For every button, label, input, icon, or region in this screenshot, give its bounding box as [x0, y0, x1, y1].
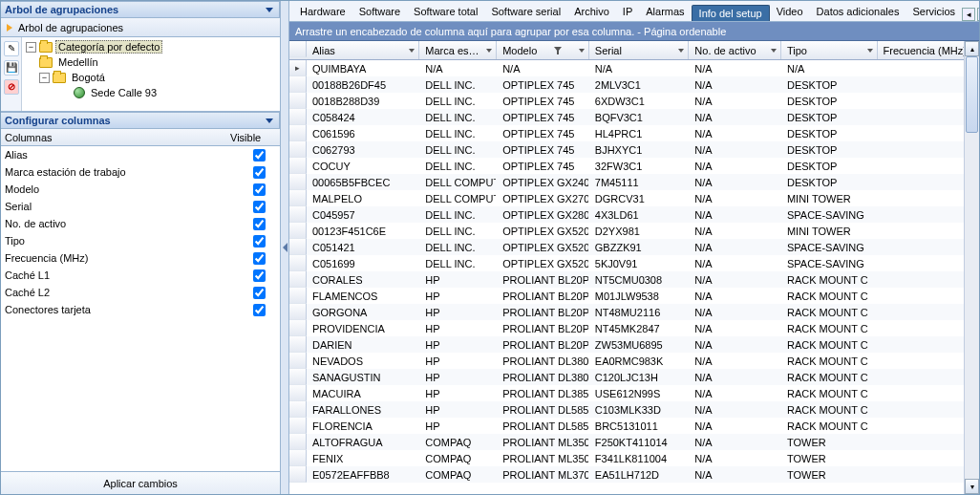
tree-node-medellin[interactable]: Medellín: [26, 54, 280, 70]
row-handle[interactable]: [289, 158, 307, 174]
table-row[interactable]: 00188B26DF45DELL INC.OPTIPLEX 7452MLV3C1…: [289, 76, 979, 93]
table-row[interactable]: SANAGUSTINHPPROLIANT DL380 GC120LJC13HN/…: [289, 369, 979, 385]
table-row[interactable]: FENIXCOMPAQPROLIANT ML350 GF341LK811004N…: [289, 450, 979, 466]
tab-datos-adicionales[interactable]: Datos adicionales: [810, 4, 906, 21]
row-handle[interactable]: [289, 401, 307, 418]
table-row[interactable]: 00065B5FBCECDELL COMPUTOPTIPLEX GX2407M4…: [289, 174, 979, 190]
table-row[interactable]: PROVIDENCIAHPPROLIANT BL20P GNT45MK2847N…: [289, 320, 979, 336]
row-handle[interactable]: [289, 288, 307, 304]
column-visible-checkbox[interactable]: [253, 183, 266, 196]
col-header-marca[interactable]: Marca es…: [419, 41, 497, 59]
vertical-scrollbar[interactable]: ▴ ▾: [964, 41, 979, 494]
row-handle[interactable]: [289, 418, 307, 434]
table-row[interactable]: E0572EAFFBB8COMPAQPROLIANT ML370 GEA51LH…: [289, 466, 979, 483]
apply-changes-button[interactable]: Aplicar cambios: [92, 476, 189, 491]
row-handle[interactable]: [289, 369, 307, 385]
column-visible-checkbox[interactable]: [253, 201, 266, 213]
table-row[interactable]: MALPELODELL COMPUTOPTIPLEX GX270DGRCV31N…: [289, 190, 979, 206]
row-handle[interactable]: [289, 60, 307, 76]
table-row[interactable]: C061596DELL INC.OPTIPLEX 745HL4PRC1N/ADE…: [289, 125, 979, 141]
tab-software[interactable]: Software: [352, 4, 407, 21]
column-visible-checkbox[interactable]: [253, 149, 266, 161]
row-handle[interactable]: [289, 174, 307, 190]
table-row[interactable]: GORGONAHPPROLIANT BL20P GNT48MU2116N/ARA…: [289, 304, 979, 320]
tree-save-button[interactable]: 💾: [4, 60, 19, 75]
col-header-activo[interactable]: No. de activo: [689, 41, 781, 59]
configure-columns-header[interactable]: Configurar columnas: [1, 112, 280, 129]
tab-scroll-left-button[interactable]: ◂: [962, 8, 975, 21]
row-handle[interactable]: [289, 385, 307, 401]
expander-icon[interactable]: −: [26, 42, 36, 53]
tree-node-root[interactable]: − Categoría por defecto: [26, 39, 280, 54]
tab-software-total[interactable]: Software total: [407, 4, 484, 21]
table-row[interactable]: C051699DELL INC.OPTIPLEX GX5205KJ0V91N/A…: [289, 255, 979, 271]
row-handle[interactable]: [289, 336, 307, 353]
row-handle[interactable]: [289, 190, 307, 206]
table-row[interactable]: FLORENCIAHPPROLIANT DL585 GBRC5131011N/A…: [289, 418, 979, 434]
column-visible-checkbox[interactable]: [253, 235, 266, 248]
column-visible-checkbox[interactable]: [253, 304, 266, 316]
row-handle[interactable]: [289, 109, 307, 125]
table-row[interactable]: NEVADOSHPPROLIANT DL380 GEA0RMC983KN/ARA…: [289, 353, 979, 369]
row-handle[interactable]: [289, 93, 307, 109]
row-handle[interactable]: [289, 304, 307, 320]
tab-info-del-setup[interactable]: Info del setup: [692, 5, 770, 21]
row-handle[interactable]: [289, 255, 307, 271]
row-handle[interactable]: [289, 434, 307, 450]
row-handle[interactable]: [289, 125, 307, 141]
row-handle[interactable]: [289, 76, 307, 93]
row-handle[interactable]: [289, 271, 307, 288]
row-handle[interactable]: [289, 466, 307, 483]
tab-scroll-right-button[interactable]: ▸: [977, 8, 979, 21]
column-visible-checkbox[interactable]: [253, 252, 266, 265]
scroll-up-button[interactable]: ▴: [965, 41, 979, 56]
row-handle[interactable]: [289, 320, 307, 336]
table-row[interactable]: MACUIRAHPPROLIANT DL385 GUSE612N99SN/ARA…: [289, 385, 979, 401]
row-handle[interactable]: [289, 239, 307, 255]
row-handle[interactable]: [289, 450, 307, 466]
scroll-down-button[interactable]: ▾: [965, 479, 979, 494]
row-handle[interactable]: [289, 141, 307, 158]
row-handle[interactable]: [289, 223, 307, 239]
table-row[interactable]: COCUYDELL INC.OPTIPLEX 74532FW3C1N/ADESK…: [289, 158, 979, 174]
scroll-track[interactable]: [965, 56, 979, 479]
table-row[interactable]: C051421DELL INC.OPTIPLEX GX520GBZZK91N/A…: [289, 239, 979, 255]
column-visible-checkbox[interactable]: [253, 218, 266, 230]
table-row[interactable]: FLAMENCOSHPPROLIANT BL20P GM01JLW9538N/A…: [289, 288, 979, 304]
scroll-thumb[interactable]: [966, 56, 978, 133]
table-row[interactable]: 0018B288D39DELL INC.OPTIPLEX 7456XDW3C1N…: [289, 93, 979, 109]
table-row[interactable]: QUIMBAYAN/AN/AN/AN/AN/A: [289, 60, 979, 76]
col-header-alias[interactable]: Alias: [307, 41, 419, 59]
table-row[interactable]: FARALLONESHPPROLIANT DL585 GC103MLK33DN/…: [289, 401, 979, 418]
table-row[interactable]: ALTOFRAGUACOMPAQPROLIANT ML350 GF250KT41…: [289, 434, 979, 450]
table-row[interactable]: CORALESHPPROLIANT BL20P GNT5CMU0308N/ARA…: [289, 271, 979, 288]
table-row[interactable]: C058424DELL INC.OPTIPLEX 745BQFV3C1N/ADE…: [289, 109, 979, 125]
col-header-tipo[interactable]: Tipo: [781, 41, 878, 59]
tree-edit-button[interactable]: ✎: [4, 41, 19, 56]
tab-servicios[interactable]: Servicios: [905, 4, 962, 21]
table-row[interactable]: DARIENHPPROLIANT BL20P GZW53MU6895N/ARAC…: [289, 336, 979, 353]
tab-archivo[interactable]: Archivo: [567, 4, 616, 21]
row-handle[interactable]: [289, 353, 307, 369]
column-visible-checkbox[interactable]: [253, 166, 266, 179]
table-row[interactable]: C062793DELL INC.OPTIPLEX 745BJHXYC1N/ADE…: [289, 141, 979, 158]
tab-hardware[interactable]: Hardware: [293, 4, 352, 21]
tab-ip[interactable]: IP: [616, 4, 639, 21]
grouping-tree-header[interactable]: Arbol de agrupaciones: [1, 1, 280, 18]
col-header-serial[interactable]: Serial: [589, 41, 690, 59]
column-visible-checkbox[interactable]: [253, 287, 266, 299]
row-handle[interactable]: [289, 206, 307, 223]
tab-alarmas[interactable]: Alarmas: [639, 4, 691, 21]
column-visible-checkbox[interactable]: [253, 269, 266, 282]
tab-software-serial[interactable]: Software serial: [484, 4, 567, 21]
table-row[interactable]: 00123F451C6EDELL INC.OPTIPLEX GX520D2YX9…: [289, 223, 979, 239]
group-by-bar[interactable]: Arrastre un encabezado de columna aquí p…: [289, 22, 979, 41]
col-header-modelo[interactable]: Modelo: [497, 41, 589, 59]
tree-node-sede[interactable]: Sede Calle 93: [26, 85, 280, 100]
expander-icon[interactable]: −: [39, 73, 50, 83]
vertical-splitter[interactable]: [280, 1, 289, 494]
table-row[interactable]: C045957DELL INC.OPTIPLEX GX2804X3LD61N/A…: [289, 206, 979, 223]
tab-video[interactable]: Video: [770, 4, 810, 21]
tree-node-bogota[interactable]: − Bogotá: [26, 70, 280, 85]
tree-delete-button[interactable]: ⊘: [4, 79, 19, 95]
